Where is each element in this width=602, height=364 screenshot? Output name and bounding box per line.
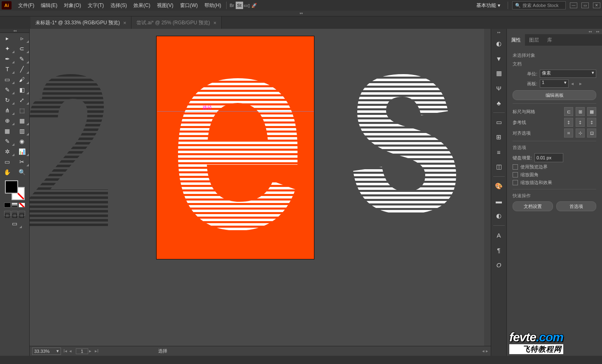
- lasso-tool[interactable]: ⊂: [15, 43, 30, 54]
- menu-select[interactable]: 选择(S): [107, 0, 130, 11]
- gradient-tool[interactable]: ▥: [15, 126, 30, 136]
- perspective-tool[interactable]: ▦: [15, 115, 30, 126]
- bridge-icon[interactable]: Br: [228, 2, 236, 9]
- paragraph-icon[interactable]: ¶: [493, 245, 505, 255]
- next-artboard[interactable]: ▸: [89, 348, 95, 354]
- menu-object[interactable]: 对象(O): [61, 0, 84, 11]
- align-icon[interactable]: ⊞: [493, 132, 505, 142]
- guide-snap-icon[interactable]: ‡: [587, 118, 596, 127]
- graphic-styles-icon[interactable]: ▬: [493, 196, 505, 206]
- scale-corners-checkbox[interactable]: [513, 172, 518, 177]
- ruler-icon[interactable]: ⊏: [564, 107, 573, 116]
- width-tool[interactable]: ⋔: [0, 105, 15, 115]
- menu-file[interactable]: 文件(F): [15, 0, 37, 11]
- draw-behind[interactable]: ◻: [12, 211, 18, 216]
- control-bar-collapse[interactable]: ▾▾: [0, 11, 602, 16]
- first-artboard[interactable]: I◂: [63, 348, 69, 354]
- transparency-grid-icon[interactable]: ▦: [587, 107, 596, 116]
- edit-artboard-button[interactable]: 编辑画板: [513, 90, 596, 100]
- artboard-number[interactable]: 1: [76, 348, 88, 354]
- appearance-icon[interactable]: 🎨: [493, 181, 505, 191]
- opentype-icon[interactable]: O: [493, 259, 505, 270]
- doc-setup-button[interactable]: 文档设置: [513, 201, 553, 211]
- key-increment-input[interactable]: [534, 153, 563, 162]
- transparency-icon[interactable]: ◐: [493, 210, 505, 221]
- graph-tool[interactable]: 📊: [15, 146, 30, 156]
- arrange-icon[interactable]: ▭▯: [243, 2, 251, 9]
- swatches-icon[interactable]: ▦: [493, 68, 505, 79]
- artboard-next[interactable]: ▸: [579, 81, 585, 86]
- pathfinder-icon[interactable]: ◫: [493, 161, 505, 172]
- maximize-button[interactable]: ▭: [581, 2, 589, 8]
- scale-strokes-checkbox[interactable]: [513, 180, 518, 185]
- prev-artboard[interactable]: ◂: [69, 348, 75, 354]
- screen-mode[interactable]: ▭: [7, 218, 22, 229]
- menu-window[interactable]: 窗口(W): [177, 0, 201, 11]
- color-panel-icon[interactable]: ◐: [493, 38, 505, 49]
- scale-tool[interactable]: ⤢: [15, 95, 30, 105]
- preview-bounds-checkbox[interactable]: [513, 164, 518, 170]
- pen-tool[interactable]: ✒: [0, 54, 15, 64]
- free-transform-tool[interactable]: ⬚: [15, 105, 30, 115]
- stock-icon[interactable]: St: [236, 2, 243, 9]
- vertical-scrollbar[interactable]: [484, 29, 491, 356]
- draw-normal[interactable]: ◻: [4, 211, 11, 216]
- blend-tool[interactable]: ◉: [15, 136, 30, 146]
- brushes-icon[interactable]: Ψ: [493, 83, 505, 93]
- preferences-button[interactable]: 首选项: [556, 201, 597, 211]
- tab-layers[interactable]: 图层: [525, 34, 543, 46]
- workspace-dropdown[interactable]: 基本功能▾: [473, 1, 504, 10]
- close-icon[interactable]: ×: [123, 20, 126, 26]
- close-icon[interactable]: ×: [213, 20, 217, 26]
- shape-builder-tool[interactable]: ⊕: [0, 115, 15, 126]
- artboard-tool[interactable]: ▭: [0, 156, 15, 167]
- menu-edit[interactable]: 编辑(E): [37, 0, 61, 11]
- symbol-sprayer-tool[interactable]: ✲: [0, 146, 15, 156]
- rotate-tool[interactable]: ↻: [0, 95, 15, 105]
- draw-inside[interactable]: ◻: [19, 211, 25, 216]
- none-mode[interactable]: [19, 203, 25, 208]
- fill-color[interactable]: [5, 180, 18, 194]
- guide-lock-icon[interactable]: ‡: [576, 118, 585, 127]
- units-dropdown[interactable]: 像素▾: [540, 70, 596, 78]
- menu-view[interactable]: 视图(V): [154, 0, 177, 11]
- mesh-tool[interactable]: ▦: [0, 126, 15, 136]
- type-tool[interactable]: T: [0, 64, 15, 74]
- zoom-tool[interactable]: 🔍: [15, 167, 30, 177]
- canvas[interactable]: 路径: [30, 29, 484, 356]
- artboard-prev[interactable]: ◂: [571, 81, 577, 86]
- character-icon[interactable]: A: [493, 230, 505, 240]
- gpu-icon[interactable]: 🚀: [251, 2, 258, 9]
- rectangle-tool[interactable]: ▭: [0, 74, 15, 84]
- menu-help[interactable]: 帮助(H): [201, 0, 225, 11]
- menu-effect[interactable]: 效果(C): [130, 0, 154, 11]
- eraser-tool[interactable]: ◧: [15, 84, 30, 95]
- fill-stroke-swatch[interactable]: [5, 180, 25, 200]
- gradient-mode[interactable]: [12, 203, 18, 208]
- doc-tab-1[interactable]: 未标题-1* @ 33.33% (RGB/GPU 预览)×: [30, 16, 131, 29]
- color-guide-icon[interactable]: ▼: [493, 53, 505, 64]
- selection-tool[interactable]: ▸: [0, 33, 15, 43]
- snap-point-icon[interactable]: ⊹: [576, 128, 585, 138]
- minimize-button[interactable]: —: [570, 2, 577, 8]
- brush-tool[interactable]: 🖌: [15, 74, 30, 84]
- artboard-dropdown[interactable]: 1▾: [540, 79, 569, 88]
- align-more-icon[interactable]: ⊡: [587, 128, 596, 138]
- close-button[interactable]: ✕: [593, 2, 600, 8]
- grid-icon[interactable]: ⊞: [576, 107, 585, 116]
- tab-libraries[interactable]: 库: [543, 34, 556, 46]
- guide-toggle-icon[interactable]: ‡: [564, 118, 573, 127]
- eyedropper-tool[interactable]: ✎: [0, 136, 15, 146]
- transform-icon[interactable]: ≡: [493, 147, 505, 157]
- shaper-tool[interactable]: ✎: [0, 84, 15, 95]
- stroke-icon[interactable]: ▭: [493, 117, 505, 128]
- zoom-dropdown[interactable]: 33.33%▾: [32, 348, 61, 355]
- search-input[interactable]: 🔍搜索 Adobe Stock: [512, 1, 566, 9]
- color-mode[interactable]: [4, 203, 11, 208]
- doc-tab-2[interactable]: 尝试.ai* @ 25% (RGB/GPU 预览)×: [131, 16, 222, 29]
- curvature-tool[interactable]: ✎: [15, 54, 30, 64]
- direct-selection-tool[interactable]: ▹: [15, 33, 30, 43]
- last-artboard[interactable]: ▸I: [95, 348, 101, 354]
- symbols-icon[interactable]: ♣: [493, 98, 505, 108]
- magic-wand-tool[interactable]: ✦: [0, 43, 15, 54]
